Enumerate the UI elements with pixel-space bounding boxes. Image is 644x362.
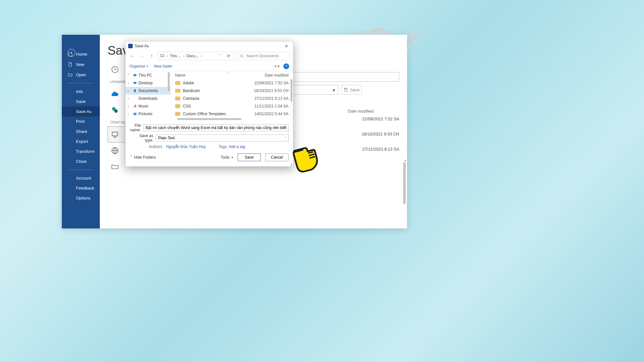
file-hscrollbar[interactable]: [177, 118, 242, 120]
crumb[interactable]: Docu...: [186, 54, 199, 58]
svg-point-13: [134, 107, 135, 107]
tree-label: Documents: [138, 88, 158, 93]
expand-icon[interactable]: ›: [128, 81, 131, 85]
col-date-header[interactable]: Date modified: [265, 73, 289, 78]
tree-downloads[interactable]: ›Downloads: [126, 95, 170, 102]
chevron-down-icon: ▾: [232, 156, 233, 159]
expand-icon[interactable]: ›: [128, 112, 131, 116]
expand-icon[interactable]: ›: [128, 104, 131, 108]
save-type-label: Save as type:: [130, 134, 156, 143]
tree-label: Desktop: [138, 81, 153, 85]
cancel-button[interactable]: Cancel: [265, 153, 289, 161]
refresh-button[interactable]: ⟳: [225, 54, 232, 58]
tree-label: Pictures: [138, 112, 152, 116]
col-name-header[interactable]: Name: [175, 73, 265, 78]
file-scrollbar[interactable]: [290, 79, 292, 102]
file-name-input[interactable]: Bật mí cách chuyển Word sang Excel mà bấ…: [143, 124, 289, 131]
collapse-icon[interactable]: ˅: [128, 73, 131, 78]
col-date-header[interactable]: Date modified: [348, 109, 374, 114]
row-date: 18/10/2021 9:53 CH: [362, 132, 399, 136]
file-date: 14/01/2022 5:44 SA: [243, 112, 289, 116]
music-icon: [133, 104, 137, 108]
tree-this-pc[interactable]: ˅This PC: [126, 71, 170, 79]
sidebar-new[interactable]: New: [62, 59, 100, 70]
scroll-up-icon[interactable]: ▴: [404, 158, 406, 162]
tree-pictures[interactable]: ›Pictures: [126, 110, 170, 118]
sidebar-save-as[interactable]: Save As: [62, 107, 100, 116]
hide-folders-button[interactable]: ˄ Hide Folders: [130, 155, 156, 160]
search-icon: [240, 54, 244, 58]
tree-music[interactable]: ›Music: [126, 102, 170, 110]
nav-tree: ˅This PC ›Desktop ›Documents ›Downloads …: [126, 71, 171, 121]
file-name: Custom Office Templates: [183, 112, 243, 116]
sidebar-open[interactable]: Open: [62, 70, 100, 80]
folder-icon: [175, 97, 180, 100]
authors-value[interactable]: Nguyễn Đức Tuấn Huy: [166, 144, 206, 149]
sidebar-account[interactable]: Account: [62, 173, 100, 183]
back-button[interactable]: [68, 49, 75, 57]
sidebar-close[interactable]: Close: [62, 156, 100, 166]
nav-forward-button[interactable]: →: [138, 52, 146, 60]
expand-icon[interactable]: ›: [128, 96, 131, 101]
tools-label: Tools: [221, 155, 230, 160]
tree-desktop[interactable]: ›Desktop: [126, 79, 170, 87]
search-input[interactable]: Search Documents: [237, 52, 290, 60]
file-row[interactable]: Adobe22/09/2021 7:52 SA: [171, 79, 293, 87]
file-name: CSS: [183, 104, 243, 108]
sidebar-save[interactable]: Save: [62, 97, 100, 107]
sort-asc-icon[interactable]: ˄: [227, 71, 229, 75]
crumb[interactable]: This ...: [170, 54, 181, 58]
tree-documents[interactable]: ›Documents: [126, 87, 170, 95]
resize-grip-icon[interactable]: ◢: [290, 162, 292, 166]
pc-icon: [160, 54, 165, 58]
file-row[interactable]: Custom Office Templates14/01/2022 5:44 S…: [171, 110, 293, 118]
nav-back-button[interactable]: ←: [129, 52, 136, 60]
sidebar-label: Home: [76, 52, 87, 57]
organize-label: Organize: [129, 64, 145, 69]
file-row[interactable]: CSS11/11/2021 1:04 SA: [171, 102, 293, 110]
dialog-close-button[interactable]: ✕: [282, 42, 290, 50]
sidebar-share[interactable]: Share: [62, 126, 100, 136]
save-button[interactable]: Save: [238, 153, 261, 161]
pc-icon: [133, 73, 137, 77]
file-date: 27/12/2021 8:13 SA: [243, 96, 289, 101]
new-folder-button[interactable]: New folder: [154, 64, 172, 69]
file-row[interactable]: Bandicam18/10/2021 9:53 CH: [171, 87, 293, 95]
pictures-icon: [133, 112, 137, 116]
sidebar-print[interactable]: Print: [62, 116, 100, 126]
sidebar-export[interactable]: Export: [62, 136, 100, 146]
chevron-right-icon: ›: [201, 54, 202, 58]
chevron-down-icon[interactable]: ˅: [285, 136, 286, 140]
file-row[interactable]: Camtasia27/12/2021 8:13 SA: [171, 95, 293, 102]
sidebar-options[interactable]: Options: [62, 193, 100, 203]
nav-up-button[interactable]: ↑: [148, 52, 155, 60]
save-type-value: Plain Text: [158, 136, 175, 140]
folder-open-icon: [110, 162, 119, 171]
tools-menu[interactable]: Tools ▾: [221, 155, 233, 160]
sidebar-feedback[interactable]: Feedback: [62, 183, 100, 193]
svg-rect-8: [345, 88, 347, 89]
add-tag-link[interactable]: Add a tag: [229, 144, 245, 149]
sidebar-transform[interactable]: Transform: [62, 146, 100, 156]
save-type-select[interactable]: Plain Text ˅: [156, 135, 289, 142]
file-date: 18/10/2021 9:53 CH: [243, 88, 289, 93]
help-button[interactable]: ?: [283, 63, 289, 69]
tree-scrollbar[interactable]: [168, 72, 170, 91]
sidebar-info[interactable]: Info: [62, 87, 100, 97]
tree-label: Music: [138, 104, 148, 108]
backstage-save-button[interactable]: Save: [341, 85, 362, 95]
sidebar-label: Save As: [76, 109, 91, 114]
view-button[interactable]: ≡ ▾: [274, 64, 279, 69]
expand-icon[interactable]: ›: [128, 88, 131, 93]
documents-icon: [133, 89, 137, 93]
sidebar-label: Feedback: [76, 186, 94, 190]
scrollbar[interactable]: [403, 162, 406, 204]
chevron-down-icon[interactable]: ˅: [217, 54, 223, 58]
address-breadcrumb[interactable]: › This ... › Docu... › ˅ ⟳: [158, 52, 234, 60]
authors-label: Authors:: [149, 144, 163, 149]
organize-button[interactable]: Organize ▾: [129, 64, 148, 69]
sidebar-label: Account: [76, 176, 91, 181]
file-date: 11/11/2021 1:04 SA: [243, 104, 289, 108]
chevron-down-icon[interactable]: ˅: [285, 126, 287, 130]
save-label: Save: [350, 88, 360, 92]
